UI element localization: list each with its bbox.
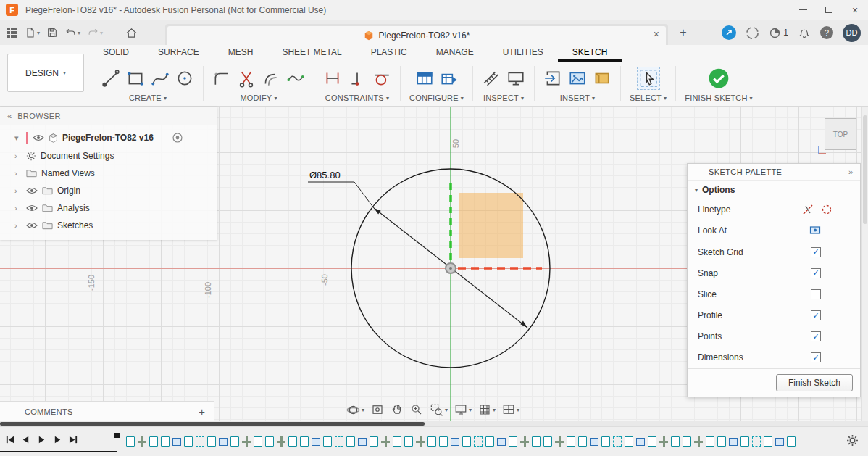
fillet-tool-icon[interactable] (212, 69, 231, 88)
coincident-constraint-icon[interactable] (348, 69, 367, 88)
root-node-label[interactable]: PiegeFrelon-TO82 v16 (62, 133, 154, 143)
timeline-feature-box[interactable] (358, 438, 367, 446)
timeline-feature-page[interactable] (717, 436, 726, 447)
timeline-feature-page[interactable] (184, 436, 193, 447)
dimension-constraint-icon[interactable] (323, 69, 342, 88)
tangent-constraint-icon[interactable] (372, 69, 391, 88)
curve-edit-tool-icon[interactable] (286, 69, 305, 88)
timeline-skip-start-button[interactable] (5, 435, 14, 444)
configuration-insert-icon[interactable] (440, 69, 459, 88)
timeline-feature-page[interactable] (683, 436, 691, 447)
palette-options-section[interactable]: ▾ Options (688, 181, 860, 199)
timeline-feature-box[interactable] (729, 438, 738, 446)
timeline-step-back-button[interactable] (21, 435, 30, 444)
tree-item-origin[interactable]: › Origin (0, 182, 217, 199)
timeline-feature-page[interactable] (671, 436, 680, 447)
inspect-group-label[interactable]: INSPECT (483, 94, 519, 102)
timeline-feature-page[interactable] (404, 436, 413, 447)
browser-minimize-icon[interactable]: — (202, 112, 210, 120)
job-status-button[interactable]: 1 (769, 27, 788, 39)
expand-icon[interactable]: › (14, 221, 22, 230)
centerline-icon[interactable] (821, 204, 832, 215)
sync-status-icon[interactable] (746, 26, 759, 40)
orbit-button[interactable]: ▾ (346, 403, 364, 417)
measure-tool-icon[interactable] (482, 69, 501, 88)
sketch-grid-checkbox[interactable]: ✓ (811, 247, 821, 257)
extensions-icon[interactable] (722, 25, 736, 40)
profile-checkbox[interactable]: ✓ (811, 310, 821, 320)
timeline-feature-box[interactable] (775, 438, 784, 446)
timeline-feature-page[interactable] (393, 436, 401, 447)
tab-plastic[interactable]: PLASTIC (356, 47, 422, 62)
timeline-feature-page[interactable] (126, 436, 135, 447)
file-menu-button[interactable]: ▾ (22, 23, 42, 42)
close-document-tab-button[interactable]: × (654, 28, 659, 40)
browser-root-node[interactable]: ▾ PiegeFrelon-TO82 v16 (0, 128, 217, 147)
tab-sheet-metal[interactable]: SHEET METAL (267, 47, 356, 62)
slice-checkbox[interactable] (811, 289, 821, 299)
timeline-feature-page[interactable] (427, 436, 436, 447)
timeline-feature-cross[interactable] (242, 436, 251, 447)
window-close-button[interactable]: × (842, 0, 868, 20)
expand-icon[interactable]: › (14, 186, 22, 195)
timeline-feature-page[interactable] (207, 436, 216, 447)
finish-sketch-icon[interactable] (707, 67, 730, 90)
timeline-feature-box[interactable] (451, 438, 459, 446)
tree-item-label[interactable]: Named Views (41, 168, 95, 178)
timeline-skip-end-button[interactable] (69, 435, 78, 444)
timeline-feature-page[interactable] (265, 436, 274, 447)
trim-tool-icon[interactable] (237, 69, 256, 88)
activate-component-icon[interactable] (172, 133, 183, 143)
timeline-feature-corner[interactable] (335, 436, 343, 447)
help-button[interactable]: ? (820, 26, 833, 39)
horizontal-scrollbar-thumb[interactable] (0, 422, 425, 426)
vertical-scrollbar[interactable] (861, 107, 868, 421)
timeline-feature-page[interactable] (323, 436, 332, 447)
tab-mesh[interactable]: MESH (214, 47, 268, 62)
dimensions-checkbox[interactable]: ✓ (811, 352, 821, 362)
timeline-feature-corner[interactable] (613, 436, 622, 447)
visibility-eye-icon[interactable] (26, 222, 38, 229)
palette-minimize-icon[interactable]: — (695, 167, 703, 176)
constraints-group-label[interactable]: CONSTRAINTS (325, 94, 384, 102)
timeline-feature-corner[interactable] (196, 436, 204, 447)
data-panel-button[interactable] (4, 23, 20, 42)
visibility-eye-icon[interactable] (26, 204, 38, 212)
insert-decal-icon[interactable] (593, 69, 612, 88)
user-avatar[interactable]: DD (843, 24, 861, 42)
timeline-feature-cross[interactable] (416, 436, 425, 447)
comments-bar[interactable]: COMMENTS + (0, 401, 214, 421)
document-tab[interactable]: PiegeFrelon-TO82 v16* × (167, 26, 666, 45)
timeline-feature-page[interactable] (567, 436, 575, 447)
timeline-feature-cross[interactable] (555, 436, 564, 447)
timeline-feature-page[interactable] (346, 436, 355, 447)
timeline-feature-box[interactable] (497, 438, 506, 446)
circle-tool-icon[interactable] (175, 69, 194, 88)
timeline-feature-page[interactable] (161, 436, 170, 447)
root-expand-icon[interactable]: ▾ (14, 133, 22, 143)
tree-item-label[interactable]: Origin (57, 186, 80, 196)
timeline-feature-page[interactable] (648, 436, 656, 447)
tree-item-named-views[interactable]: › Named Views (0, 165, 217, 182)
timeline-feature-page[interactable] (532, 436, 541, 447)
tab-sketch[interactable]: SKETCH (558, 47, 622, 62)
viewports-button[interactable]: ▾ (502, 403, 519, 416)
timeline-feature-page[interactable] (149, 436, 158, 447)
insert-derive-icon[interactable] (543, 69, 562, 88)
palette-expand-icon[interactable]: » (848, 167, 853, 176)
construction-line-icon[interactable] (802, 204, 814, 215)
offset-tool-icon[interactable] (262, 69, 280, 88)
timeline-feature-page[interactable] (439, 436, 448, 447)
display-settings-button[interactable]: ▾ (454, 403, 472, 416)
look-at-button[interactable] (371, 403, 384, 416)
zoom-window-button[interactable]: ▾ (430, 403, 448, 417)
snap-checkbox[interactable]: ✓ (811, 268, 821, 278)
timeline-feature-cross[interactable] (659, 436, 668, 447)
tree-item-sketches[interactable]: › Sketches (0, 217, 217, 234)
timeline-feature-page[interactable] (509, 436, 517, 447)
tree-item-document-settings[interactable]: › Document Settings (0, 147, 217, 165)
look-at-plane-icon[interactable] (809, 225, 821, 236)
timeline-feature-box[interactable] (172, 438, 181, 446)
timeline-feature-page[interactable] (230, 436, 239, 447)
modify-group-label[interactable]: MODIFY (240, 94, 272, 102)
